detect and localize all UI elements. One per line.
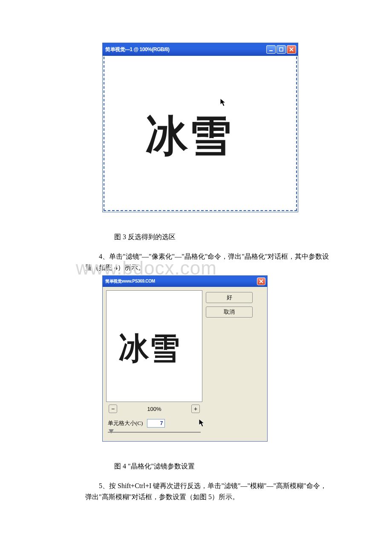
dialog-close-button[interactable] (257, 278, 265, 285)
zoom-controls: − 100% + (106, 405, 202, 413)
cell-size-row: 单元格大小(C) (106, 419, 202, 428)
close-icon (289, 47, 294, 52)
maximize-button[interactable] (277, 45, 286, 54)
cancel-button[interactable]: 取消 (206, 306, 253, 318)
paragraph-step-5: 5、按 Shift+Ctrl+I 键再次进行反选，单击"滤镜"—"模糊"—"高斯… (85, 480, 332, 502)
figure-caption-3: 图 3 反选得到的选区 (114, 233, 362, 242)
filter-preview[interactable]: 冰雪 (106, 290, 202, 402)
zoom-out-button[interactable]: − (109, 405, 117, 413)
zoom-in-button[interactable]: + (191, 405, 200, 413)
svg-rect-1 (280, 48, 283, 51)
minus-icon: − (111, 405, 115, 412)
cell-size-input[interactable] (147, 419, 165, 428)
preview-sample-text: 冰雪 (118, 328, 180, 369)
paragraph-step-4: 4、单击"滤镜"—"像素化"—"晶格化"命令，弹出"晶格化"对话框，其中参数设置… (85, 251, 332, 273)
canvas-sample-text: 冰雪 (145, 108, 232, 165)
dialog-body: 冰雪 − 100% + 单元格大小(C) (103, 287, 267, 441)
minimize-button[interactable] (266, 45, 276, 54)
close-icon (259, 279, 263, 283)
dialog-titlebar: 简单视觉www.PS369.COM (103, 276, 267, 287)
figure-caption-4: 图 4 "晶格化"滤镜参数设置 (114, 462, 362, 471)
preview-column: 冰雪 − 100% + 单元格大小(C) (106, 290, 202, 438)
maximize-icon (279, 47, 283, 52)
slider-thumb[interactable] (109, 429, 114, 434)
window-title: 简单视觉—1 @ 100%(RGB/8) (105, 46, 169, 53)
window-titlebar: 简单视觉—1 @ 100%(RGB/8) (103, 43, 298, 56)
cell-size-slider[interactable] (106, 429, 202, 435)
plus-icon: + (194, 405, 197, 412)
zoom-percent: 100% (147, 406, 161, 412)
arrow-cursor-icon (198, 418, 206, 428)
minimize-icon (269, 47, 273, 52)
cancel-label: 取消 (224, 308, 235, 316)
crystallize-dialog: 简单视觉www.PS369.COM 冰雪 − 100% + (102, 275, 268, 442)
ok-label: 好 (227, 294, 232, 301)
close-button[interactable] (287, 45, 296, 54)
window-controls (266, 45, 296, 54)
slider-track-line (108, 432, 201, 433)
arrow-cursor-icon (219, 98, 227, 107)
cell-size-label: 单元格大小(C) (108, 419, 143, 427)
photoshop-canvas-window: 简单视觉—1 @ 100%(RGB/8) 冰雪 (102, 43, 298, 212)
svg-rect-0 (269, 50, 273, 51)
ok-button[interactable]: 好 (206, 292, 253, 303)
photoshop-canvas[interactable]: 冰雪 (104, 57, 297, 211)
dialog-title-watermark: 简单视觉www.PS369.COM (105, 278, 155, 284)
dialog-buttons: 好 取消 (206, 290, 253, 438)
